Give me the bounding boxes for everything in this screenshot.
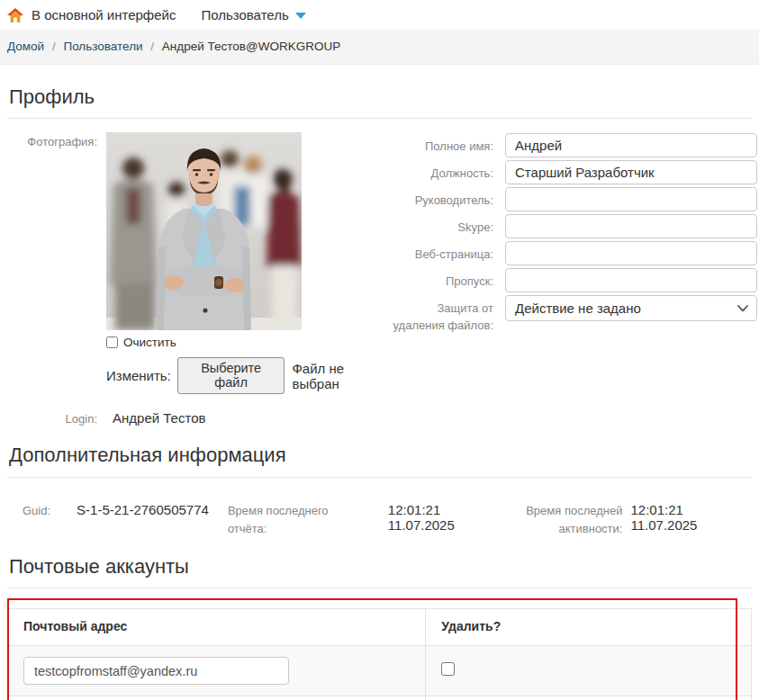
breadcrumb-home[interactable]: Домой xyxy=(7,40,44,53)
file-protection-label: Защита от удаления файлов: xyxy=(385,295,493,335)
breadcrumb-separator: / xyxy=(150,40,154,53)
main-interface-link[interactable]: В основной интерфейс xyxy=(32,7,176,22)
login-value: Андрей Тестов xyxy=(113,410,205,426)
profile-form: Фотография: xyxy=(7,132,752,426)
change-photo-label: Изменить: xyxy=(106,368,171,383)
mail-accounts-table-wrap: Почтовый адрес Удалить? xyxy=(7,608,752,700)
webpage-input[interactable] xyxy=(505,241,757,265)
user-menu[interactable]: Пользователь xyxy=(201,7,305,22)
last-activity-label: Время последней активности: xyxy=(520,502,622,538)
additional-info-row: Guid: S-1-5-21-2760505774 Время последне… xyxy=(23,502,752,538)
delete-checkbox-1[interactable] xyxy=(441,662,455,676)
table-row xyxy=(8,646,752,696)
mail-address-input-1[interactable] xyxy=(23,657,289,685)
file-protection-select[interactable]: Действие не задано xyxy=(505,295,757,321)
file-protection-selected-value: Действие не задано xyxy=(515,301,641,316)
position-label: Должность: xyxy=(385,160,493,184)
skype-input[interactable] xyxy=(505,214,757,238)
last-activity-value: 12:01:21 11.07.2025 xyxy=(630,502,752,533)
top-bar: В основной интерфейс Пользователь xyxy=(0,0,759,30)
guid-value: S-1-5-21-2760505774 xyxy=(77,502,212,517)
profile-section-title: Профиль xyxy=(9,85,752,109)
last-report-label: Время последнего отчёта: xyxy=(228,502,353,538)
section-divider xyxy=(7,588,752,588)
column-header-delete: Удалить? xyxy=(426,609,752,646)
mail-accounts-table: Почтовый адрес Удалить? xyxy=(7,608,752,700)
home-icon[interactable] xyxy=(7,8,23,22)
mail-accounts-section-title: Почтовые аккаунты xyxy=(9,555,752,579)
clear-photo-label: Очистить xyxy=(123,336,176,349)
chevron-down-icon xyxy=(737,305,748,312)
clear-photo-checkbox[interactable] xyxy=(106,337,118,348)
photo-label: Фотография: xyxy=(7,132,97,394)
pass-input[interactable] xyxy=(505,268,757,292)
full-name-label: Полное имя: xyxy=(385,133,493,157)
user-photo xyxy=(106,132,302,330)
full-name-input[interactable] xyxy=(505,133,757,157)
breadcrumb-separator: / xyxy=(52,40,56,53)
column-header-address: Почтовый адрес xyxy=(8,609,426,646)
manager-input[interactable] xyxy=(505,187,757,211)
additional-info-section-title: Дополнительная информация xyxy=(9,444,752,467)
breadcrumb: Домой / Пользователи / Андрей Тестов@WOR… xyxy=(0,30,759,65)
section-divider xyxy=(7,477,752,478)
guid-label: Guid: xyxy=(23,502,50,520)
webpage-label: Веб-страница: xyxy=(385,241,493,265)
skype-label: Skype: xyxy=(385,214,493,238)
breadcrumb-current: Андрей Тестов@WORKGROUP xyxy=(162,40,340,53)
user-menu-label: Пользователь xyxy=(201,7,288,22)
breadcrumb-users[interactable]: Пользователи xyxy=(63,40,142,53)
table-row xyxy=(8,696,752,700)
position-input[interactable] xyxy=(505,160,757,184)
last-report-value: 12:01:21 11.07.2025 xyxy=(388,502,493,533)
pass-label: Пропуск: xyxy=(385,268,493,292)
manager-label: Руководитель: xyxy=(385,187,493,211)
section-divider xyxy=(7,118,752,119)
file-status-text: Файл не выбран xyxy=(292,361,385,391)
login-label: Login: xyxy=(7,409,97,426)
choose-file-button[interactable]: Выберите файл xyxy=(177,357,285,394)
table-header-row: Почтовый адрес Удалить? xyxy=(8,609,752,646)
chevron-down-icon xyxy=(295,13,306,19)
